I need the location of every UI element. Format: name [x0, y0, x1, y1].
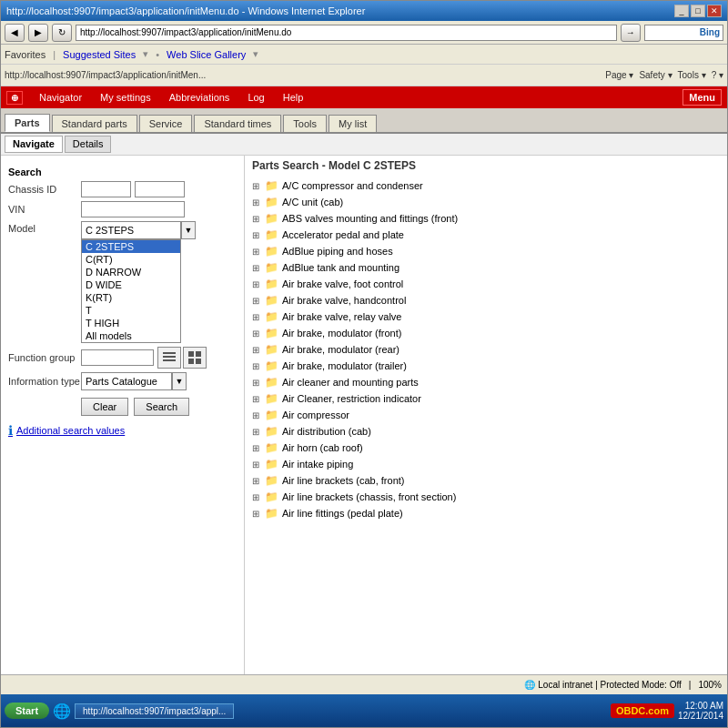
model-option-crt[interactable]: C(RT)	[82, 253, 180, 266]
tools-button[interactable]: Tools ▾	[678, 70, 706, 80]
vin-input[interactable]	[81, 201, 185, 217]
close-button[interactable]: ✕	[707, 5, 722, 17]
sub-tab-bar: Navigate Details	[1, 134, 727, 156]
favorites-label[interactable]: Favorites	[5, 49, 46, 60]
taskbar: Start 🌐 http://localhost:9907/impact3/ap…	[1, 694, 727, 727]
window-controls[interactable]: _ □ ✕	[674, 5, 722, 17]
taskbar-window[interactable]: http://localhost:9907/impact3/appl...	[75, 703, 234, 719]
chassis-id-input-2[interactable]	[135, 181, 185, 197]
favorites-bar: Favorites | Suggested Sites ▾ • Web Slic…	[1, 45, 727, 65]
model-option-dnarrow[interactable]: D NARROW	[82, 266, 180, 278]
model-select-display[interactable]: C 2STEPS	[81, 221, 181, 239]
info-circle-icon: ℹ	[8, 423, 13, 438]
page-button[interactable]: Page ▾	[605, 70, 633, 80]
clear-button[interactable]: Clear	[81, 398, 128, 416]
tree-item[interactable]: ⊞ 📁 ABS valves mounting and fittings (fr…	[252, 210, 720, 227]
function-group-input[interactable]	[81, 349, 154, 366]
menu-log[interactable]: Log	[238, 88, 273, 106]
tree-item[interactable]: ⊞ 📁 Air line fittings (pedal plate)	[252, 505, 720, 521]
model-option-krt[interactable]: K(RT)	[82, 291, 180, 304]
folder-icon: 📁	[265, 294, 278, 307]
tree-item[interactable]: ⊞ 📁 Air distribution (cab)	[252, 423, 720, 440]
tree-item[interactable]: ⊞ 📁 Air brake valve, relay valve	[252, 308, 720, 325]
model-option-thigh[interactable]: T HIGH	[82, 317, 180, 329]
globe-icon: 🌐	[524, 680, 535, 690]
tab-tools[interactable]: Tools	[283, 115, 327, 132]
model-dropdown-button[interactable]: ▼	[181, 221, 196, 239]
menu-right[interactable]: Menu	[682, 89, 722, 106]
tree-item[interactable]: ⊞ 📁 Air intake piping	[252, 456, 720, 472]
chassis-id-row: Chassis ID	[8, 181, 237, 197]
info-type-select-wrapper: Parts Catalogue ▼	[81, 372, 187, 390]
help-button[interactable]: ? ▾	[712, 70, 723, 80]
safety-button[interactable]: Safety ▾	[639, 70, 672, 80]
tab-standard-times[interactable]: Standard times	[194, 115, 281, 132]
model-option-dwide[interactable]: D WIDE	[82, 278, 180, 291]
tree-label: Air distribution (cab)	[282, 426, 371, 437]
expand-icon: ⊞	[252, 214, 263, 224]
browser-search-input[interactable]	[645, 25, 700, 40]
tree-label: Air brake, modulator (trailer)	[282, 360, 407, 371]
tree-item[interactable]: ⊞ 📁 Air brake, modulator (rear)	[252, 341, 720, 358]
tree-label: Air compressor	[282, 410, 349, 420]
tab-service[interactable]: Service	[139, 115, 193, 132]
info-type-display[interactable]: Parts Catalogue	[81, 372, 172, 390]
tree-item[interactable]: ⊞ 📁 Air line brackets (cab, front)	[252, 472, 720, 489]
tree-item[interactable]: ⊞ 📁 AdBlue tank and mounting	[252, 259, 720, 276]
maximize-button[interactable]: □	[691, 5, 705, 17]
tree-item[interactable]: ⊞ 📁 Accelerator pedal and plate	[252, 227, 720, 243]
tree-item[interactable]: ⊞ 📁 Air horn (cab roof)	[252, 440, 720, 456]
address-bar-row: ◀ ▶ ↻ → Bing	[1, 21, 727, 45]
tab-my-list[interactable]: My list	[329, 115, 377, 132]
model-option-c2steps[interactable]: C 2STEPS	[82, 240, 180, 253]
tree-item[interactable]: ⊞ 📁 Air brake valve, handcontrol	[252, 292, 720, 308]
url-display: http://localhost:9907/impact3/applicatio…	[5, 70, 206, 80]
back-button[interactable]: ◀	[5, 24, 25, 42]
folder-icon: 📁	[265, 376, 278, 389]
additional-search-link[interactable]: ℹ Additional search values	[8, 423, 237, 438]
tree-item[interactable]: ⊞ 📁 Air Cleaner, restriction indicator	[252, 390, 720, 407]
tab-standard-parts[interactable]: Standard parts	[52, 115, 137, 132]
folder-icon: 📁	[265, 474, 278, 487]
fg-icon-button-1[interactable]	[157, 347, 181, 369]
menu-navigator[interactable]: Navigator	[30, 88, 91, 106]
model-option-t[interactable]: T	[82, 304, 180, 317]
start-button[interactable]: Start	[5, 703, 49, 719]
search-button[interactable]: Search	[134, 398, 189, 416]
info-type-dropdown-button[interactable]: ▼	[172, 372, 187, 390]
tree-item[interactable]: ⊞ 📁 A/C compressor and condenser	[252, 177, 720, 194]
tree-item[interactable]: ⊞ 📁 Air brake valve, foot control	[252, 276, 720, 292]
menu-my-settings[interactable]: My settings	[91, 88, 160, 106]
model-option-allmodels[interactable]: All models	[82, 329, 180, 342]
menu-help[interactable]: Help	[274, 88, 313, 106]
refresh-button[interactable]: ↻	[52, 24, 72, 42]
chassis-id-input-1[interactable]	[81, 181, 131, 197]
expand-icon: ⊞	[252, 509, 263, 519]
function-group-label: Function group	[8, 352, 81, 363]
tree-item[interactable]: ⊞ 📁 Air brake, modulator (trailer)	[252, 358, 720, 374]
sub-tab-navigate[interactable]: Navigate	[5, 136, 63, 153]
fg-icon-button-2[interactable]	[183, 347, 207, 369]
expand-icon: ⊞	[252, 197, 263, 207]
tree-label: Air line fittings (pedal plate)	[282, 508, 403, 519]
model-row: Model C 2STEPS ▼ C 2STEPS C(RT) D NARROW…	[8, 221, 237, 343]
expand-icon: ⊞	[252, 378, 263, 388]
address-input[interactable]	[76, 25, 617, 41]
tab-parts[interactable]: Parts	[5, 114, 50, 132]
web-slice-link[interactable]: Web Slice Gallery	[167, 49, 246, 60]
tree-item[interactable]: ⊞ 📁 Air line brackets (chassis, front se…	[252, 489, 720, 505]
tree-label: Air Cleaner, restriction indicator	[282, 393, 421, 404]
go-button[interactable]: →	[621, 24, 641, 42]
minimize-button[interactable]: _	[674, 5, 689, 17]
function-group-row: Function group	[8, 347, 237, 369]
tree-item[interactable]: ⊞ 📁 AdBlue piping and hoses	[252, 243, 720, 259]
tree-item[interactable]: ⊞ 📁 A/C unit (cab)	[252, 194, 720, 210]
tree-item[interactable]: ⊞ 📁 Air compressor	[252, 407, 720, 423]
sub-tab-details[interactable]: Details	[65, 136, 112, 153]
model-dropdown-list[interactable]: C 2STEPS C(RT) D NARROW D WIDE K(RT) T T…	[81, 239, 181, 343]
forward-button[interactable]: ▶	[28, 24, 48, 42]
menu-abbreviations[interactable]: Abbreviations	[160, 88, 239, 106]
suggested-sites-link[interactable]: Suggested Sites	[63, 49, 136, 60]
tree-item[interactable]: ⊞ 📁 Air cleaner and mounting parts	[252, 374, 720, 390]
tree-item[interactable]: ⊞ 📁 Air brake, modulator (front)	[252, 325, 720, 341]
